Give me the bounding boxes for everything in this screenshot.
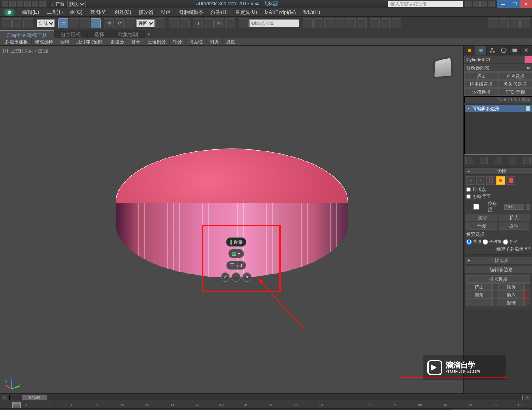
viewport[interactable]: [+] [正交] [真实 + 边面] x y z ‖ 数量 ▾ 5.0 ✓ + …	[0, 46, 464, 393]
render-icon[interactable]	[392, 18, 401, 28]
menu-views[interactable]: 视图(V)	[87, 8, 110, 17]
mirror-icon[interactable]	[303, 18, 313, 28]
so-edge-icon[interactable]	[476, 176, 485, 185]
btn-bevel[interactable]: 倒角	[466, 291, 492, 299]
next-key-icon[interactable]: >	[525, 395, 530, 400]
rs-subdiv[interactable]: 细分	[170, 38, 186, 46]
select-region-icon[interactable]	[80, 18, 90, 28]
menu-customize[interactable]: 自定义(U)	[232, 8, 261, 17]
curve-editor-icon[interactable]	[335, 18, 345, 28]
ribbon-tab-graphite[interactable]: Graphite 建模工具	[0, 30, 54, 38]
viewport-label[interactable]: [+] [正交] [真实 + 边面]	[3, 48, 48, 54]
btn-shrink[interactable]: 收缩	[466, 214, 498, 221]
menu-modifiers[interactable]: 修改器	[135, 8, 157, 17]
configure-sets-icon[interactable]	[523, 157, 531, 164]
modifier-stack[interactable]: ▪ 可编辑多边形	[464, 105, 532, 155]
tab-create-icon[interactable]	[464, 46, 475, 55]
chk-byangle[interactable]	[466, 204, 486, 210]
btn-flip[interactable]: 翻转	[498, 299, 524, 306]
show-end-result-icon[interactable]	[480, 157, 488, 164]
menu-animation[interactable]: 动画	[158, 8, 174, 17]
redo-icon[interactable]	[32, 1, 38, 7]
open-icon[interactable]	[9, 1, 16, 7]
scale-icon[interactable]	[126, 18, 135, 28]
sb-extrude[interactable]: 挤出	[464, 72, 498, 80]
spinner-snap-icon[interactable]	[225, 18, 235, 28]
signin-icon[interactable]	[466, 1, 472, 7]
new-icon[interactable]	[2, 1, 8, 7]
named-sel-icon[interactable]	[239, 18, 249, 28]
workspace-select[interactable]: 默认	[67, 1, 86, 7]
pin-stack-icon[interactable]	[466, 157, 473, 164]
time-track[interactable]: 0 / 100	[9, 395, 523, 400]
minimize-button[interactable]: —	[497, 0, 509, 8]
bind-spacewarp-icon[interactable]	[23, 18, 33, 28]
so-element-icon[interactable]	[506, 176, 515, 185]
inset-settings-icon[interactable]	[524, 291, 530, 299]
stack-item-editpoly[interactable]: ▪ 可编辑多边形	[465, 105, 532, 112]
exchange-icon[interactable]	[473, 1, 480, 7]
tab-modify-icon[interactable]	[475, 46, 487, 55]
extrude-settings-icon[interactable]	[492, 283, 498, 291]
chk-byvertex[interactable]	[466, 187, 471, 192]
ribbon-tab-objpaint[interactable]: 对象绘制	[111, 30, 145, 38]
ribbon-tab-freeform[interactable]: 自由形式	[54, 30, 88, 38]
time-scrub[interactable]	[12, 402, 21, 408]
flip-settings-icon[interactable]	[524, 299, 530, 306]
stack-expand-icon[interactable]: ▪	[466, 106, 470, 111]
chk-ignoreback[interactable]	[466, 194, 471, 199]
app-menu-button[interactable]: ⊚	[2, 9, 16, 16]
teapot3-icon[interactable]	[510, 18, 520, 28]
align-icon[interactable]	[313, 18, 323, 28]
prev-key-icon[interactable]: <	[2, 395, 7, 400]
render-frame-icon[interactable]	[381, 18, 391, 28]
undo-icon[interactable]	[24, 1, 31, 7]
sb-polysel[interactable]: 多边形选择	[498, 80, 532, 88]
viewcube[interactable]	[434, 58, 451, 77]
btn-loop[interactable]: 循环	[499, 222, 530, 230]
layers-icon[interactable]	[324, 18, 334, 28]
tab-hierarchy-icon[interactable]	[487, 46, 498, 55]
rs-loops[interactable]: 循环	[128, 38, 144, 46]
btn-grow[interactable]: 扩大	[499, 214, 530, 221]
outline-settings-icon[interactable]	[524, 283, 530, 291]
window-crossing-icon[interactable]	[91, 18, 101, 28]
time-ruler[interactable]: 0510152025303540455055606570758085909510…	[0, 401, 532, 408]
btn-outline[interactable]: 轮廓	[498, 283, 524, 291]
save-icon[interactable]	[17, 1, 23, 7]
snap-angle-icon[interactable]	[204, 18, 214, 28]
snap-percent-icon[interactable]: %	[214, 18, 224, 28]
teapot4-icon[interactable]	[520, 18, 530, 28]
rollout-softsel[interactable]: +软选择	[464, 257, 532, 264]
sb-volsel[interactable]: 体积选择	[464, 88, 498, 96]
menu-help[interactable]: 帮助(H)	[300, 8, 323, 17]
selection-filter[interactable]: 全部	[37, 19, 55, 27]
angle-spinner[interactable]	[526, 204, 530, 210]
ribbon-dropdown-icon[interactable]: ▾	[145, 30, 153, 38]
menu-rendering[interactable]: 渲染(R)	[207, 8, 231, 17]
sb-splinesel[interactable]: 样条线选择	[464, 80, 498, 88]
manip-icon[interactable]	[169, 18, 179, 28]
object-name-input[interactable]	[464, 56, 525, 63]
so-polygon-icon[interactable]	[496, 176, 505, 185]
schematic-icon[interactable]	[346, 18, 356, 28]
pivot-icon[interactable]	[155, 18, 165, 28]
stack-bulb-icon[interactable]	[526, 106, 530, 111]
bevel-settings-icon[interactable]	[492, 291, 498, 299]
r-multi[interactable]	[503, 239, 508, 245]
help-icon[interactable]	[488, 1, 495, 7]
rs-props[interactable]: 属性	[223, 38, 239, 46]
so-border-icon[interactable]	[486, 176, 495, 185]
caddy-cancel-icon[interactable]: ✕	[242, 272, 251, 282]
rs-edit[interactable]: 编辑	[57, 38, 73, 46]
rs-geomall[interactable]: 几何体 (全部)	[73, 38, 107, 46]
caddy-type[interactable]: ▾	[228, 249, 244, 258]
rs-vis[interactable]: 可见性	[186, 38, 207, 46]
menu-tools[interactable]: 工具(T)	[43, 8, 66, 17]
rollout-selection[interactable]: -选择	[464, 167, 532, 175]
search-box[interactable]: 键入关键字或短语	[388, 1, 463, 7]
btn-bridge[interactable]	[466, 299, 492, 306]
angle-input[interactable]	[504, 204, 524, 210]
rs-polymodel[interactable]: 多边形建模	[2, 38, 32, 46]
ribbon-tab-selection[interactable]: 选择	[88, 30, 111, 38]
